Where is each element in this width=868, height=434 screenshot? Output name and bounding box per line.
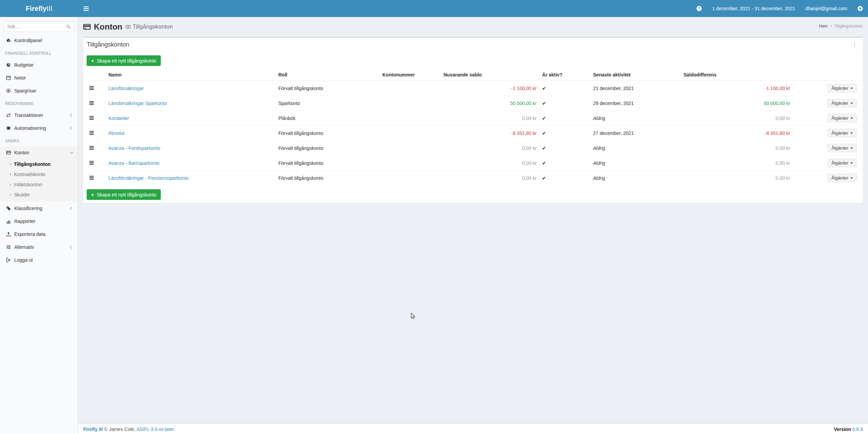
sidebar-item-label: Automatisering	[14, 125, 46, 131]
microchip-icon	[5, 126, 12, 131]
page-title-text: Konton	[94, 22, 122, 32]
breadcrumb-home-link[interactable]: Hem	[819, 24, 828, 29]
app-logo[interactable]: FireflyIII	[0, 0, 78, 17]
create-asset-account-button-top[interactable]: + Skapa ett nytt tillgångskonto	[87, 55, 161, 66]
license-link[interactable]: AGPL-3.0-or-later.	[137, 427, 175, 432]
sidebar-subitem-skulder[interactable]: Skulder	[0, 190, 78, 200]
table-row: Avanza - FondsparkontoFörvalt tillgångsk…	[87, 141, 860, 156]
drag-handle[interactable]	[89, 161, 94, 165]
sidebar-item-notor[interactable]: Notor	[0, 71, 78, 84]
current-balance: 0,00 kr	[441, 156, 539, 171]
navbar-right: ? 1 december, 2021 - 31 december, 2021 d…	[691, 0, 868, 17]
sidebar-section-header: ANDRA	[0, 135, 78, 146]
firefly-link[interactable]: Firefly III	[83, 427, 103, 432]
account-name-link[interactable]: Kontanter	[108, 116, 129, 121]
sidebar-item-label: Budgetar	[14, 62, 34, 68]
drag-handle[interactable]	[89, 86, 94, 90]
table-row: RevolutFörvalt tillgångskonto-8 351,80 k…	[87, 126, 860, 141]
user-email-link[interactable]: dhanjel@gmail.com	[800, 0, 852, 17]
sidebar-toggle-button[interactable]	[78, 0, 94, 17]
current-balance: 0,00 kr	[441, 111, 539, 126]
actions-button[interactable]: Åtgärder	[828, 84, 857, 92]
actions-button[interactable]: Åtgärder	[828, 174, 857, 182]
sidebar-item-logga-ut[interactable]: Logga ut	[0, 254, 78, 266]
actions-button[interactable]: Åtgärder	[828, 159, 857, 167]
column-header-senaste-aktivitet: Senaste aktivitet	[590, 69, 681, 81]
balance-difference: 0,00 kr	[681, 111, 793, 126]
drag-handle[interactable]	[89, 146, 94, 150]
copyright-text: © James Cole,	[104, 427, 135, 432]
chevron-right-icon	[9, 183, 11, 186]
current-balance: 0,00 kr	[441, 171, 539, 186]
breadcrumb-current: Tillgångskonton	[834, 24, 863, 29]
sidebar-subitem-kostnadskonto[interactable]: Kostnadskonto	[0, 169, 78, 179]
breadcrumb-separator-icon: >	[830, 24, 832, 29]
balance-difference: 50 000,00 kr	[681, 96, 793, 111]
search-input[interactable]	[3, 21, 63, 32]
sidebar-item-automatisering[interactable]: Automatisering	[0, 122, 78, 135]
sidebar-item-budgetar[interactable]: Budgetar	[0, 58, 78, 71]
account-number	[380, 156, 441, 171]
column-header-ar-aktiv: Är aktiv?	[539, 69, 590, 81]
chevron-left-icon	[70, 114, 73, 117]
sidebar-item-label: Transaktioner	[14, 112, 43, 118]
caret-down-icon	[850, 133, 853, 134]
sidebar-item-rapporter[interactable]: Rapporter	[0, 215, 78, 228]
chevron-down-icon	[70, 151, 73, 154]
date-range[interactable]: 1 december, 2021 - 31 december, 2021	[707, 0, 800, 17]
account-name-link[interactable]: Länsförsäkringar Sparkonto	[108, 101, 167, 106]
check-icon: ✔	[542, 86, 546, 91]
check-icon: ✔	[542, 145, 546, 151]
last-activity: 29 december, 2021	[590, 96, 681, 111]
sidebar-section-header: FINANSIELL KONTROLL	[0, 47, 78, 58]
help-button[interactable]: ?	[691, 0, 707, 17]
sidebar-item-exportera-data[interactable]: Exportera data	[0, 228, 78, 241]
account-name-link[interactable]: Länsförsäkringar - Pensionssparkonto	[108, 175, 189, 181]
search-button[interactable]	[63, 21, 74, 32]
sign-out-icon	[5, 258, 12, 262]
account-name-link[interactable]: Avanza - Barnsparkonto	[108, 160, 159, 166]
sidebar-item-kontrollpanel[interactable]: Kontrollpanel	[0, 34, 78, 47]
active-cell: ✔	[539, 156, 590, 171]
actions-button[interactable]: Åtgärder	[828, 99, 857, 107]
sidebar-menu: KontrollpanelFINANSIELL KONTROLLBudgetar…	[0, 34, 78, 266]
balance-difference: 0,00 kr	[681, 156, 793, 171]
actions-button[interactable]: Åtgärder	[828, 114, 857, 122]
box-tools-button[interactable]: ⋮	[850, 41, 860, 48]
account-name-link[interactable]: Avanza - Fondsparkonto	[108, 145, 160, 151]
actions-button[interactable]: Åtgärder	[828, 144, 857, 152]
account-name-link[interactable]: Länsförsäkringar	[108, 86, 144, 91]
page-title: Konton Tillgångskonton	[83, 22, 863, 32]
drag-handle[interactable]	[89, 176, 94, 180]
sidebar-subitem-intaktskonton[interactable]: Intäktskonton	[0, 179, 78, 190]
sidebar-item-spargrisar[interactable]: Spargrisar	[0, 84, 78, 97]
caret-down-icon	[850, 147, 853, 149]
current-balance: -1 100,00 kr	[441, 81, 539, 96]
sidebar-item-alternativ[interactable]: Alternativ	[0, 241, 78, 254]
sidebar-item-label: Logga ut	[14, 257, 33, 263]
drag-handle[interactable]	[89, 101, 94, 105]
actions-button[interactable]: Åtgärder	[828, 129, 857, 137]
version-number-link[interactable]: 5.6.8	[852, 427, 863, 432]
quick-create-button[interactable]	[852, 0, 868, 17]
drag-handle[interactable]	[89, 131, 94, 135]
sidebar-item-klassificering[interactable]: Klassificering	[0, 202, 78, 215]
footer-copyright: Firefly III © James Cole, AGPL-3.0-or-la…	[83, 427, 175, 432]
current-balance: -8 351,80 kr	[441, 126, 539, 141]
account-role: Sparkonto	[276, 96, 380, 111]
hamburger-icon	[84, 6, 89, 11]
sidebar-subitem-tillgangskonton[interactable]: Tillgångskonton	[0, 159, 78, 169]
chevron-right-icon	[9, 193, 11, 196]
sidebar-item-label: Notor	[14, 75, 26, 81]
active-cell: ✔	[539, 111, 590, 126]
page-subtitle-text: Tillgångskonton	[133, 23, 173, 30]
active-cell: ✔	[539, 171, 590, 186]
account-name-link[interactable]: Revolut	[108, 131, 124, 136]
create-asset-account-button-bottom[interactable]: + Skapa ett nytt tillgångskonto	[87, 189, 161, 200]
box-body: + Skapa ett nytt tillgångskonto NamnRoll…	[83, 52, 863, 203]
caret-down-icon	[850, 162, 853, 164]
sidebar-item-konton[interactable]: Konton	[0, 146, 78, 159]
sidebar-item-transaktioner[interactable]: Transaktioner	[0, 109, 78, 122]
drag-handle[interactable]	[89, 116, 94, 120]
chevron-left-icon	[70, 207, 73, 210]
